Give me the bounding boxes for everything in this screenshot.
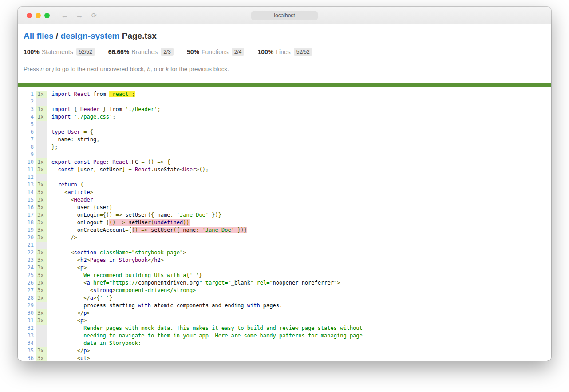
execution-count: 3x [36,347,47,355]
line-number[interactable]: 21 [18,242,34,249]
hint-key: b [147,66,150,72]
code-text [47,174,51,181]
code-line: 101xexport const Page: React.FC = () => … [18,158,551,166]
line-number[interactable]: 28 [18,294,34,302]
code-line: 2 [18,98,551,106]
code-line: 173x onLogin={() => setUser({ name: 'Jan… [18,211,551,219]
code-line: 12 [18,174,551,181]
code-text: We recommend building UIs with a{' '} [47,272,202,279]
line-number[interactable]: 26 [18,279,34,287]
line-number[interactable]: 19 [18,226,34,234]
screenshot-stage: ← → ⟳ localhost All files / design-syste… [0,0,569,392]
line-number[interactable]: 20 [18,234,34,242]
line-number[interactable]: 13 [18,181,34,189]
code-line: 9 [18,151,551,158]
browser-titlebar: ← → ⟳ localhost [18,7,551,24]
zoom-button[interactable] [44,13,50,18]
code-text: <section className="storybook-page"> [47,249,186,257]
execution-count: 3x [36,294,47,302]
line-number[interactable]: 33 [18,332,34,340]
breadcrumb-link[interactable]: design-system [60,31,119,40]
code-line: 113x const [user, setUser] = React.useSt… [18,166,551,174]
code-line: 253x We recommend building UIs with a{' … [18,272,551,279]
close-button[interactable] [27,13,32,18]
line-number[interactable]: 27 [18,287,34,294]
code-text: onLogout={() => setUser(undefined)} [47,219,190,226]
minimize-button[interactable] [36,13,41,18]
code-text: <ul> [47,355,90,361]
execution-count [36,151,47,158]
metric-fraction-badge: 52/52 [76,48,95,56]
reload-icon[interactable]: ⟳ [90,12,99,19]
code-line: 133x return ( [18,181,551,189]
line-number[interactable]: 25 [18,272,34,279]
coverage-report-header: All files / design-system Page.tsx 100%S… [18,24,551,72]
line-number[interactable]: 1 [18,91,34,98]
forward-icon[interactable]: → [75,12,84,19]
code-line: 11ximport React from 'react'; [18,91,551,98]
line-number[interactable]: 34 [18,340,34,347]
line-number[interactable]: 2 [18,98,34,106]
code-text: </p> [47,347,90,355]
hint-key: p [154,66,157,72]
line-number[interactable]: 15 [18,196,34,204]
code-text: type User = { [47,128,93,136]
metric: 50%Functions2/4 [187,48,244,56]
line-number[interactable]: 24 [18,264,34,272]
line-number[interactable]: 8 [18,143,34,151]
execution-count: 1x [36,158,47,166]
line-number[interactable]: 5 [18,121,34,128]
line-number[interactable]: 29 [18,302,34,309]
code-text: import './page.css'; [47,113,116,121]
execution-count: 1x [36,91,47,98]
line-number[interactable]: 31 [18,317,34,325]
execution-count [36,136,47,143]
line-number[interactable]: 17 [18,211,34,219]
back-icon[interactable]: ← [60,12,69,19]
code-line: 32 Render pages with mock data. This mak… [18,325,551,332]
code-text: <article> [47,189,93,196]
code-line: 6type User = { [18,128,551,136]
code-line: 163x user={user} [18,204,551,211]
execution-count: 3x [36,355,47,361]
address-bar[interactable]: localhost [251,11,318,20]
line-number[interactable]: 10 [18,158,34,166]
line-number[interactable]: 32 [18,325,34,332]
execution-count: 3x [36,234,47,242]
line-number[interactable]: 22 [18,249,34,257]
code-line: 303x </p> [18,309,551,317]
line-number[interactable]: 7 [18,136,34,143]
code-line: 233x <h2>Pages in Storybook</h2> [18,257,551,264]
line-number[interactable]: 16 [18,204,34,211]
line-number[interactable]: 18 [18,219,34,226]
execution-count: 3x [36,211,47,219]
line-number[interactable]: 12 [18,174,34,181]
code-text: process starting with atomic components … [47,302,282,309]
metric-fraction-badge: 2/3 [161,48,174,56]
code-line: 33 needing to navigate to them in your a… [18,332,551,340]
breadcrumb-link[interactable]: All files [24,31,54,40]
metric-fraction-badge: 52/52 [294,48,312,56]
breadcrumb-separator: / [54,31,61,40]
line-number[interactable]: 14 [18,189,34,196]
code-text [47,151,51,158]
line-number[interactable]: 30 [18,309,34,317]
execution-count [36,340,47,347]
execution-count: 3x [36,219,47,226]
line-number[interactable]: 9 [18,151,34,158]
line-number[interactable]: 35 [18,347,34,355]
code-text: <p> [47,264,87,272]
line-number[interactable]: 6 [18,128,34,136]
code-line: 363x <ul> [18,355,551,361]
line-number[interactable]: 36 [18,355,34,361]
line-number[interactable]: 3 [18,106,34,113]
execution-count [36,121,47,128]
line-number[interactable]: 11 [18,166,34,174]
line-number[interactable]: 23 [18,257,34,264]
code-text: import { Header } from './Header'; [47,106,161,113]
code-line: 5 [18,121,551,128]
coverage-status-bar [18,83,551,87]
nav-controls: ← → ⟳ [60,12,99,19]
line-number[interactable]: 4 [18,113,34,121]
metric-percentage: 50% [187,48,199,55]
